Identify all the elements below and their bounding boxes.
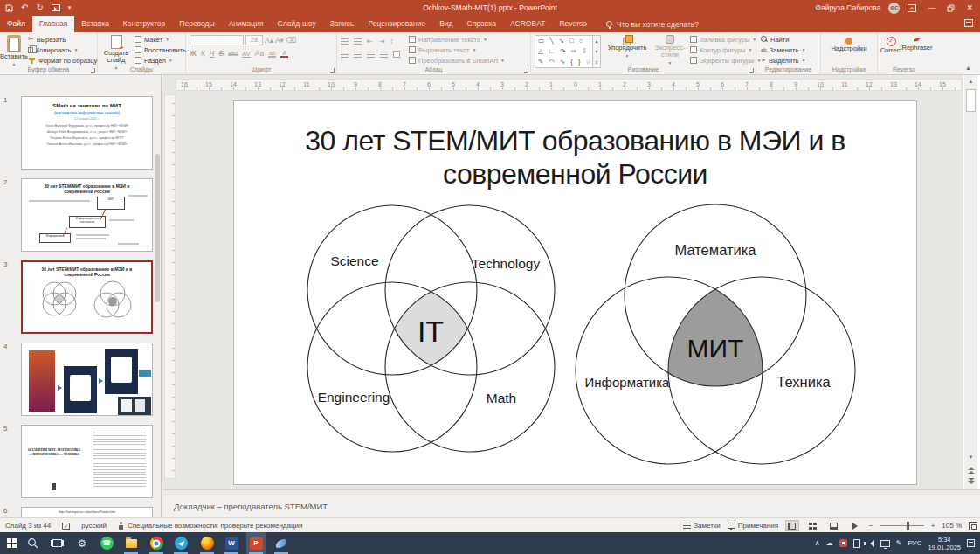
replace-button[interactable]: abЗаменить▼: [761, 45, 805, 55]
paragraph-dialog-launcher[interactable]: [524, 68, 528, 73]
zoom-out-button[interactable]: −: [869, 522, 873, 530]
spellcheck-icon[interactable]: ✓: [62, 523, 70, 530]
powerpoint-app-active[interactable]: P: [246, 532, 266, 554]
reset-button[interactable]: Восстановить: [135, 45, 186, 55]
thumbnail-slide-3-selected[interactable]: 3 30 лет STEM/МИТ образованию в МЭИ и в …: [21, 260, 153, 334]
undo-icon[interactable]: ↶: [21, 3, 28, 12]
format-painter-button[interactable]: Формат по образцу: [28, 55, 97, 66]
language-indicator[interactable]: русский: [81, 522, 107, 530]
layout-button[interactable]: Макет▼: [135, 34, 186, 45]
zoom-slider-thumb[interactable]: [907, 522, 909, 530]
avatar[interactable]: ФС: [888, 3, 900, 14]
slide-sorter-view-button[interactable]: [806, 520, 820, 531]
start-button[interactable]: [2, 532, 21, 554]
notes-pane[interactable]: Докладчик – преподаватель STEM/МИТ: [162, 495, 980, 517]
next-slide-button[interactable]: [967, 477, 975, 484]
slide-indicator[interactable]: Слайд 3 из 44: [5, 522, 51, 530]
save-icon[interactable]: [5, 4, 13, 12]
whatsapp-app[interactable]: ☎: [97, 532, 116, 554]
section-button[interactable]: Раздел▼: [135, 55, 186, 66]
tab-view[interactable]: Вид: [432, 16, 459, 32]
venn-diagram-mit[interactable]: Математика Информатика Техника МИТ: [573, 200, 857, 467]
clock[interactable]: 5:34 19.01.2025: [928, 536, 961, 551]
arrange-button[interactable]: Упорядочить▼: [604, 35, 650, 59]
file-explorer-app[interactable]: [121, 532, 141, 554]
taskbar-search-button[interactable]: [23, 532, 42, 554]
tray-app-icon[interactable]: [853, 539, 860, 548]
ribbon-display-options-icon[interactable]: [908, 4, 916, 12]
tab-acrobat[interactable]: ACROBAT: [503, 16, 552, 32]
word-app[interactable]: W: [222, 532, 241, 554]
scroll-up-icon[interactable]: ▲: [964, 77, 977, 86]
tab-help[interactable]: Справка: [460, 16, 503, 32]
zoom-slider[interactable]: [880, 525, 924, 526]
tab-translate[interactable]: Переводы: [172, 16, 221, 32]
paste-button[interactable]: Вставить▼: [3, 35, 25, 68]
tab-file[interactable]: Файл: [0, 16, 32, 32]
redo-icon[interactable]: ↻: [36, 3, 43, 12]
recorder-tray-icon[interactable]: [839, 539, 847, 547]
pen-icon[interactable]: ✎: [896, 539, 902, 547]
feedback-icon[interactable]: [964, 19, 973, 27]
copy-button[interactable]: Копировать▼: [28, 45, 97, 55]
comments-toggle[interactable]: Примечания: [728, 522, 778, 530]
reading-view-button[interactable]: [827, 520, 841, 531]
tab-home[interactable]: Главная: [32, 16, 74, 32]
thumbnail-slide-1[interactable]: 1 SMath на занятиях по МИТ (математика-и…: [21, 96, 153, 170]
chrome-app[interactable]: [147, 532, 166, 554]
addins-button[interactable]: Надстройки: [825, 38, 873, 52]
restore-button[interactable]: [947, 4, 955, 12]
thumbnail-slide-5[interactable]: 5 16 ЗАНЯТИЙ МИТ: МАТЕМАТИКА — ИНФОРМАТИ…: [21, 425, 153, 498]
accessibility-checker[interactable]: Специальные возможности: проверьте реком…: [118, 522, 303, 530]
tab-design[interactable]: Конструктор: [116, 16, 172, 32]
drawing-dialog-launcher[interactable]: [749, 68, 754, 73]
action-center-icon[interactable]: [967, 539, 975, 547]
scrollbar-thumb[interactable]: [966, 89, 976, 112]
zoom-level[interactable]: 105 %: [942, 522, 962, 530]
volume-icon[interactable]: [866, 540, 874, 547]
previous-slide-button[interactable]: [967, 467, 975, 474]
tab-reverso[interactable]: Reverso: [552, 16, 594, 32]
cut-button[interactable]: ✂Вырезать: [28, 34, 97, 45]
thumbnail-scrollbar[interactable]: [155, 154, 160, 302]
slideshow-view-button[interactable]: [848, 520, 862, 531]
tab-slideshow[interactable]: Слайд-шоу: [271, 16, 323, 32]
font-dialog-launcher[interactable]: [330, 68, 335, 73]
fit-slide-to-window-icon[interactable]: [969, 522, 977, 530]
customize-qat-icon[interactable]: ▾: [68, 3, 72, 12]
scroll-down-icon[interactable]: ▼: [964, 453, 977, 461]
tab-record[interactable]: Запись: [323, 16, 362, 32]
slideshow-from-start-icon[interactable]: [52, 4, 60, 11]
minimize-button[interactable]: —: [924, 0, 939, 16]
thumbnail-slide-2[interactable]: 2 30 лет STEM/МИТ образование в МЭИ и со…: [21, 178, 153, 252]
tell-me-search[interactable]: Что вы хотите сделать?: [606, 16, 699, 32]
slide-title[interactable]: 30 лет STEM/МИТ образованию в МЭИ и в со…: [234, 124, 916, 190]
network-icon[interactable]: [880, 540, 890, 547]
select-button[interactable]: ➢Выделить▼: [761, 55, 805, 66]
tab-review[interactable]: Рецензирование: [362, 16, 433, 32]
language-tray[interactable]: РУС: [908, 539, 921, 547]
notes-toggle[interactable]: Заметки: [683, 522, 721, 530]
tab-insert[interactable]: Вставка: [74, 16, 116, 32]
thumbnail-slide-4[interactable]: 4: [21, 343, 153, 416]
tray-chevron-icon[interactable]: ∧: [815, 539, 820, 547]
tab-animations[interactable]: Анимация: [222, 16, 271, 32]
clipboard-dialog-launcher[interactable]: [91, 68, 95, 73]
firefox-app[interactable]: [197, 532, 217, 554]
close-button[interactable]: ✕: [963, 0, 977, 16]
vertical-scrollbar[interactable]: ▲ ▼: [964, 75, 977, 489]
shapes-gallery-scrollbar[interactable]: ▲▼≡: [592, 36, 600, 67]
user-name[interactable]: Файруза Сабирова: [815, 3, 880, 12]
swoosh-app[interactable]: [272, 532, 291, 554]
venn-diagram-stem[interactable]: Science Technology Engineering Math IT: [302, 202, 557, 455]
settings-app[interactable]: ⚙: [72, 532, 92, 554]
collapse-ribbon-icon[interactable]: ▲: [965, 65, 971, 71]
shapes-gallery[interactable]: ▭ ╲ ↘ □ ○ △ ∟ ↷ ⇨ ⇩ ✎ ◠ ∿ { } ☆ ▲▼≡: [535, 35, 601, 68]
reverso-correct-button[interactable]: ✓ Correct: [879, 37, 903, 54]
zoom-in-button[interactable]: +: [931, 522, 935, 530]
find-button[interactable]: Найти: [761, 34, 805, 45]
telegram-app[interactable]: [171, 532, 190, 554]
onedrive-icon[interactable]: ☁: [826, 539, 833, 547]
slide-3-canvas[interactable]: 30 лет STEM/МИТ образованию в МЭИ и в со…: [233, 100, 917, 485]
thumbnail-slide-6[interactable]: 6 http://twt.mpei.ac.ru/ochkov/Potoki.ht…: [21, 507, 153, 517]
